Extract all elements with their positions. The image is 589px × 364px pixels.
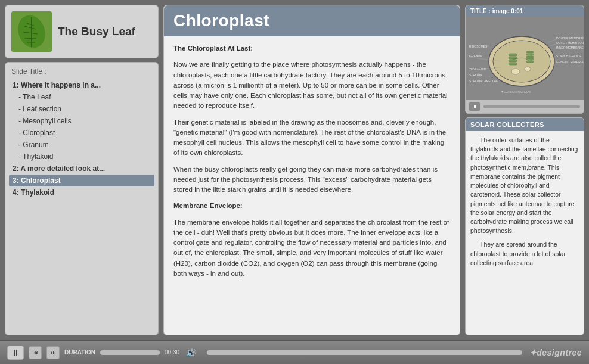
svg-rect-15 — [526, 51, 534, 53]
nav-item-item-2[interactable]: 2: A more detailed look at... — [9, 163, 154, 175]
image-play-button[interactable]: ⏸ — [469, 102, 480, 111]
content-paragraph-3: Membrane Envelope: — [173, 201, 450, 211]
content-title: Chloroplast — [173, 11, 450, 30]
play-pause-button[interactable]: ⏸ — [7, 346, 24, 360]
main-progress-bar[interactable] — [207, 350, 522, 355]
text-panel-header: SOLAR COLLECTERS — [466, 118, 584, 131]
svg-rect-11 — [509, 54, 517, 56]
volume-button[interactable]: 🔊 — [184, 346, 197, 359]
svg-text:GRANUM: GRANUM — [469, 54, 482, 58]
nav-item-item-3[interactable]: 3: Chloroplast — [9, 175, 154, 186]
text-panel-body[interactable]: The outer surfaces of the thylakoids and… — [466, 131, 584, 331]
image-container: DOUBLE MEMBRANE ENVELOPE OUTER MEMBRANE … — [466, 17, 584, 100]
duration-time: 00:30 — [165, 349, 179, 356]
toolbar: ⏸ ⏮ ⏭ DURATION 00:30 🔊 ✦designtree — [0, 340, 589, 364]
svg-text:STARCH GRAINS: STARCH GRAINS — [556, 54, 581, 58]
svg-point-21 — [525, 67, 531, 71]
svg-text:DOUBLE MEMBRANE ENVELOPE: DOUBLE MEMBRANE ENVELOPE — [556, 36, 584, 40]
nav-item-item-1[interactable]: 1: Where it happens in a... — [9, 79, 154, 91]
content-paragraph-2: When the busy chloroplasts really get go… — [173, 164, 450, 195]
image-controls: ⏸ — [466, 100, 584, 113]
content-paragraph-0: Now we are finally getting to the place … — [173, 60, 450, 111]
duration-progress-bar[interactable] — [100, 350, 160, 355]
content-header: Chloroplast — [164, 5, 460, 36]
app-title: The Busy Leaf — [58, 25, 135, 39]
logo-panel: The Busy Leaf — [5, 5, 159, 58]
nav-item-item-4[interactable]: 4: Thylakoid — [9, 186, 154, 198]
image-panel-header: TITLE : image 0:01 — [466, 5, 584, 17]
svg-rect-19 — [526, 61, 534, 63]
nav-panel: Slide Title : 1: Where it happens in a..… — [5, 62, 159, 335]
svg-text:RIBOSOMES: RIBOSOMES — [469, 45, 488, 48]
duration-label: DURATION — [64, 349, 95, 356]
sidebar: The Busy Leaf Slide Title : 1: Where it … — [5, 5, 159, 335]
svg-rect-16 — [526, 54, 534, 55]
content-paragraph-1: Their genetic material is labeled in the… — [173, 117, 450, 158]
svg-point-10 — [493, 41, 550, 82]
nav-list: 1: Where it happens in a...- The Leaf- L… — [9, 79, 154, 198]
svg-text:STROMA LAMELLAE: STROMA LAMELLAE — [469, 79, 498, 83]
svg-rect-18 — [526, 58, 534, 60]
right-paragraphs: The outer surfaces of the thylakoids and… — [470, 136, 579, 267]
svg-text:THYLAKOID: THYLAKOID — [469, 67, 486, 71]
svg-rect-14 — [509, 63, 517, 65]
content-paragraphs: Now we are finally getting to the place … — [173, 60, 450, 279]
svg-rect-13 — [509, 60, 517, 62]
nav-item-item-1-1[interactable]: - The Leaf — [9, 91, 154, 103]
right-paragraph-1: They are spread around the chloroplast t… — [470, 240, 579, 267]
svg-rect-17 — [526, 56, 534, 58]
svg-text:✦EXPLORING.COM: ✦EXPLORING.COM — [501, 90, 532, 94]
nav-item-item-1-2[interactable]: - Leaf section — [9, 103, 154, 115]
content-body[interactable]: The Chloroplast At Last: Now we are fina… — [164, 36, 460, 335]
brand-logo: ✦designtree — [529, 348, 582, 357]
nav-item-item-1-3[interactable]: - Mesophyll cells — [9, 115, 154, 127]
skip-back-button[interactable]: ⏮ — [29, 346, 42, 359]
svg-text:GENETIC MATERIAL: GENETIC MATERIAL — [556, 60, 584, 64]
content-subheading: The Chloroplast At Last: — [173, 43, 450, 54]
content-paragraph-4: The membrane envelope holds it all toget… — [173, 217, 450, 279]
svg-text:OUTER MEMBRANE: OUTER MEMBRANE — [556, 41, 584, 45]
right-paragraph-0: The outer surfaces of the thylakoids and… — [470, 136, 579, 235]
svg-text:STROMA: STROMA — [469, 73, 482, 77]
image-panel: TITLE : image 0:01 — [465, 5, 584, 114]
nav-item-item-1-6[interactable]: - Thylakoid — [9, 151, 154, 163]
nav-item-item-1-4[interactable]: - Cloroplast — [9, 127, 154, 139]
logo-image — [11, 11, 52, 52]
svg-text:INNER MEMBRANE: INNER MEMBRANE — [556, 46, 584, 49]
nav-item-item-1-5[interactable]: - Granum — [9, 139, 154, 151]
center-panel: Chloroplast The Chloroplast At Last: Now… — [163, 5, 460, 335]
svg-point-20 — [512, 69, 520, 74]
right-panel: TITLE : image 0:01 — [465, 5, 584, 335]
image-progress-bar[interactable] — [483, 105, 580, 108]
skip-forward-button[interactable]: ⏭ — [46, 346, 60, 359]
slide-title-label: Slide Title : — [9, 67, 154, 76]
text-panel: SOLAR COLLECTERS The outer surfaces of t… — [465, 117, 584, 335]
